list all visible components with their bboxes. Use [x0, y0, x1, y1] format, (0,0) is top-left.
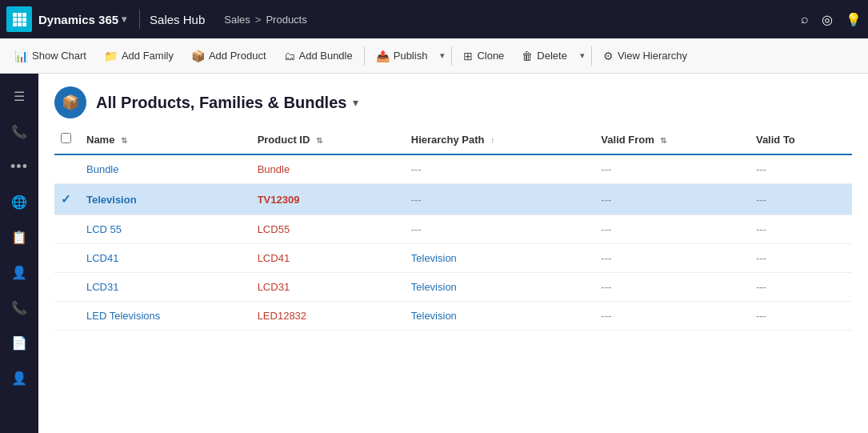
publish-button[interactable]: 📤 Publish — [368, 46, 436, 66]
product-name-link[interactable]: LCD31 — [86, 281, 118, 293]
product-name-link[interactable]: Television — [86, 194, 137, 206]
sidebar-hamburger[interactable]: ☰ — [3, 80, 35, 112]
product-name-link[interactable]: LED Televisions — [86, 310, 160, 322]
add-product-button[interactable]: 📦 Add Product — [183, 46, 274, 66]
row-product-id[interactable]: LCD41 — [251, 244, 405, 273]
sidebar-tasks[interactable]: 📋 — [3, 221, 35, 253]
row-valid-to: --- — [750, 215, 852, 244]
row-hierarchy-path: Television — [405, 244, 595, 273]
col-name[interactable]: Name ⇅ — [80, 125, 251, 154]
row-product-id[interactable]: Bundle — [251, 154, 405, 184]
row-check — [54, 244, 80, 273]
col-valid-from[interactable]: Valid From ⇅ — [594, 125, 750, 154]
svg-rect-0 — [13, 13, 17, 17]
table-body: BundleBundle---------✓TelevisionTV12309-… — [54, 154, 852, 331]
app-grid-icon[interactable] — [6, 6, 32, 32]
row-name[interactable]: LCD31 — [80, 273, 251, 302]
breadcrumb: Sales > Products — [224, 14, 306, 26]
row-name[interactable]: LCD41 — [80, 244, 251, 273]
breadcrumb-arrow: > — [255, 14, 262, 26]
table-row[interactable]: LCD31LCD31Television------ — [54, 273, 852, 302]
target-icon[interactable]: ◎ — [822, 12, 833, 27]
row-product-id[interactable]: LCD31 — [251, 273, 405, 302]
row-valid-to: --- — [750, 154, 852, 184]
publish-dropdown[interactable]: ▾ — [437, 46, 448, 65]
sidebar-person2[interactable]: 👤 — [3, 362, 35, 394]
delete-dropdown[interactable]: ▾ — [577, 46, 588, 65]
delete-icon: 🗑 — [522, 50, 533, 62]
notification-icon[interactable]: 💡 — [846, 12, 862, 27]
table-row[interactable]: BundleBundle--------- — [54, 154, 852, 184]
add-bundle-icon: 🗂 — [284, 50, 295, 62]
hub-name-label: Sales Hub — [150, 13, 205, 26]
col-check — [54, 125, 80, 154]
add-product-icon: 📦 — [191, 50, 205, 62]
row-name[interactable]: LED Televisions — [80, 302, 251, 331]
nav-icons: ⌕ ◎ 💡 — [801, 12, 862, 27]
sort-name-icon: ⇅ — [121, 136, 127, 145]
row-hierarchy-path: --- — [405, 184, 595, 215]
row-check — [54, 154, 80, 184]
clone-icon: ⊞ — [463, 50, 473, 62]
sidebar-person[interactable]: 👤 — [3, 256, 35, 288]
view-hierarchy-button[interactable]: ⚙ View Hierarchy — [595, 46, 695, 66]
product-id-link[interactable]: LCD31 — [258, 281, 290, 293]
page-icon: 📦 — [54, 86, 86, 118]
sidebar-globe[interactable]: 🌐 — [3, 186, 35, 218]
col-hierarchy-path[interactable]: Hierarchy Path ↑ — [405, 125, 595, 154]
sidebar-calls[interactable]: 📞 — [3, 115, 35, 147]
row-check — [54, 273, 80, 302]
row-product-id[interactable]: LED12832 — [251, 302, 405, 331]
row-product-id[interactable]: LCD55 — [251, 215, 405, 244]
table-row[interactable]: LED TelevisionsLED12832Television------ — [54, 302, 852, 331]
search-icon[interactable]: ⌕ — [801, 12, 809, 26]
sort-pid-icon: ⇅ — [316, 136, 322, 145]
sort-vf-icon: ⇅ — [660, 136, 666, 145]
select-all-checkbox[interactable] — [61, 133, 71, 143]
add-bundle-button[interactable]: 🗂 Add Bundle — [276, 46, 361, 66]
main-layout: ☰ 📞 ••• 🌐 📋 👤 📞 📄 👤 📦 All Products, Fami… — [0, 74, 868, 433]
row-valid-to: --- — [750, 184, 852, 215]
clone-button[interactable]: ⊞ Clone — [455, 46, 512, 66]
sidebar-phone[interactable]: 📞 — [3, 291, 35, 323]
table-row[interactable]: LCD41LCD41Television------ — [54, 244, 852, 273]
row-valid-from: --- — [594, 302, 750, 331]
row-valid-from: --- — [594, 184, 750, 215]
add-family-button[interactable]: 📁 Add Family — [96, 46, 182, 66]
toolbar-divider-2 — [451, 46, 452, 66]
sidebar-more[interactable]: ••• — [3, 150, 35, 182]
sidebar-doc[interactable]: 📄 — [3, 327, 35, 359]
svg-rect-6 — [13, 22, 17, 26]
row-valid-to: --- — [750, 302, 852, 331]
row-check — [54, 215, 80, 244]
row-valid-from: --- — [594, 215, 750, 244]
product-name-link[interactable]: Bundle — [86, 163, 118, 175]
col-valid-to[interactable]: Valid To — [750, 125, 852, 154]
row-name[interactable]: LCD 55 — [80, 215, 251, 244]
table-header-row: Name ⇅ Product ID ⇅ Hierarchy Path ↑ V — [54, 125, 852, 154]
row-name[interactable]: Television — [80, 184, 251, 215]
col-product-id[interactable]: Product ID ⇅ — [251, 125, 405, 154]
app-name-label[interactable]: Dynamics 365 ▾ — [38, 13, 126, 26]
product-name-link[interactable]: LCD41 — [86, 252, 118, 264]
product-name-link[interactable]: LCD 55 — [86, 223, 122, 235]
table-row[interactable]: LCD 55LCD55--------- — [54, 215, 852, 244]
row-product-id[interactable]: TV12309 — [251, 184, 405, 215]
svg-rect-4 — [18, 18, 22, 22]
show-chart-button[interactable]: 📊 Show Chart — [6, 46, 94, 66]
breadcrumb-sales[interactable]: Sales — [224, 14, 250, 26]
page-title-dropdown[interactable]: ▾ — [353, 96, 358, 109]
product-id-link[interactable]: LED12832 — [258, 310, 306, 322]
breadcrumb-products: Products — [266, 14, 306, 26]
product-id-link[interactable]: Bundle — [258, 163, 290, 175]
row-valid-from: --- — [594, 273, 750, 302]
table-row[interactable]: ✓TelevisionTV12309--------- — [54, 184, 852, 215]
toolbar: 📊 Show Chart 📁 Add Family 📦 Add Product … — [0, 38, 868, 74]
sidebar: ☰ 📞 ••• 🌐 📋 👤 📞 📄 👤 — [0, 74, 38, 433]
delete-button[interactable]: 🗑 Delete — [514, 46, 575, 66]
row-hierarchy-path: --- — [405, 215, 595, 244]
product-id-link[interactable]: TV12309 — [258, 194, 300, 206]
product-id-link[interactable]: LCD41 — [258, 252, 290, 264]
product-id-link[interactable]: LCD55 — [258, 223, 290, 235]
row-name[interactable]: Bundle — [80, 154, 251, 184]
